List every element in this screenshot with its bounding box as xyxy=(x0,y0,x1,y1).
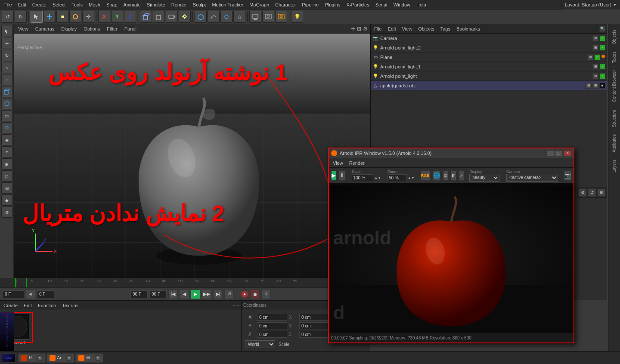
rotate-tool[interactable] xyxy=(69,11,81,23)
menu-simulate[interactable]: Simulate xyxy=(144,1,168,8)
lt-magnet[interactable]: ◎ xyxy=(1,170,12,182)
rp-menu-view[interactable]: View xyxy=(400,26,414,32)
scale-tool[interactable]: ■ xyxy=(56,11,68,23)
rp-menu-file[interactable]: File xyxy=(372,26,384,32)
menu-create[interactable]: Create xyxy=(30,1,49,8)
l2-ctrl2[interactable]: ✓ xyxy=(599,45,605,51)
ipr-zoom-stepper[interactable]: ▲▼ xyxy=(408,176,415,180)
ipr-zoom-input[interactable] xyxy=(388,174,407,181)
menu-select[interactable]: Select xyxy=(50,1,68,8)
total-frame-input[interactable] xyxy=(149,290,167,298)
apple-ctrl1[interactable]: ⊞ xyxy=(586,83,592,89)
prev-frame-btn[interactable]: ◀ xyxy=(180,290,189,299)
menu-character[interactable]: Character xyxy=(273,1,298,8)
coord-x-rot[interactable] xyxy=(299,314,329,321)
spline-tool[interactable] xyxy=(208,11,220,23)
move-tool[interactable] xyxy=(43,11,56,23)
menu-window[interactable]: Window xyxy=(391,1,413,8)
end-frame-input[interactable] xyxy=(130,290,148,298)
rp-menu-tags[interactable]: Tags xyxy=(439,26,452,32)
lt-grid[interactable]: ⊞ xyxy=(1,182,12,194)
ipr-maximize-btn[interactable]: □ xyxy=(555,150,563,156)
light-tool[interactable] xyxy=(179,11,191,23)
ipr-pause-btn[interactable]: ⏸ xyxy=(339,170,345,181)
viewport[interactable]: View Cameras Display Options Filter Pane… xyxy=(14,24,370,278)
menu-mograph[interactable]: MoGraph xyxy=(247,1,272,8)
go-end-btn[interactable]: ▶| xyxy=(213,290,223,299)
polygon-tool[interactable] xyxy=(195,11,207,23)
lt-tool-a[interactable]: ◈ xyxy=(1,134,12,145)
menu-edit[interactable]: Edit xyxy=(16,1,29,8)
play-forward-btn[interactable]: ▶ xyxy=(191,290,200,299)
ipr-globe-btn[interactable]: 🌐 xyxy=(433,170,440,181)
axis-y[interactable]: Y xyxy=(111,11,123,23)
ipr-titlebar[interactable]: Arnold IPR Window v1.5.0 (Arnold 4.2.16.… xyxy=(329,148,574,158)
menu-xparticles[interactable]: X-Particles xyxy=(344,1,372,8)
object-light2[interactable]: 💡 Arnold point_light.2 ⊞ ✓ xyxy=(371,43,607,52)
task-r[interactable]: R... ✕ xyxy=(18,353,46,363)
mat-menu-function[interactable]: Function xyxy=(36,302,58,308)
l2-ctrl1[interactable]: ⊞ xyxy=(592,45,598,51)
lt-scale[interactable]: ⤡ xyxy=(1,62,12,73)
object-camera[interactable]: 📷 Camera ⊞ ✓ xyxy=(371,34,607,43)
tab-layers[interactable]: Layers xyxy=(611,156,617,176)
axis-x[interactable]: X xyxy=(98,11,110,23)
plane-ctrl1[interactable]: ⊞ xyxy=(587,54,593,60)
coord-z-rot[interactable] xyxy=(299,331,329,338)
vp-menu-filter[interactable]: Filter xyxy=(105,26,119,32)
cam-ctrl1[interactable]: ⊞ xyxy=(592,35,598,41)
apple-ctrl2[interactable]: ⊞ xyxy=(592,83,598,89)
ipr-minimize-btn[interactable]: _ xyxy=(546,150,554,156)
ipr-mode3-btn[interactable]: ⤢ xyxy=(459,170,464,181)
lt-tool-b[interactable]: ◆ xyxy=(1,194,12,206)
vp-menu-panel[interactable]: Panel xyxy=(123,26,138,32)
coord-x-pos[interactable] xyxy=(257,314,287,321)
vp-menu-view[interactable]: View xyxy=(16,26,30,32)
task-m-close[interactable]: ✕ xyxy=(95,355,100,361)
layout-dropdown-icon[interactable]: ▼ xyxy=(613,3,617,7)
coord-y-pos[interactable] xyxy=(257,322,287,329)
ipr-rgb-btn[interactable]: RGB xyxy=(421,170,430,181)
axis-z[interactable]: Z xyxy=(124,11,136,23)
task-m[interactable]: M... ✕ xyxy=(75,353,103,363)
world-dropdown[interactable]: World xyxy=(245,340,275,348)
search-icon[interactable]: 🔍 xyxy=(599,26,605,32)
ipr-play-btn[interactable]: ▶ xyxy=(331,170,336,181)
lt-nurbs[interactable] xyxy=(1,122,12,133)
nurbs-tool[interactable] xyxy=(220,11,232,23)
cam-ctrl2[interactable]: ✓ xyxy=(599,35,605,41)
loop-btn[interactable]: ↺ xyxy=(224,290,234,299)
menu-plugins[interactable]: Plugins xyxy=(322,1,343,8)
task-ar[interactable]: Ar... ✕ xyxy=(46,353,75,363)
rp-menu-objects[interactable]: Objects xyxy=(416,26,436,32)
mat-menu-edit[interactable]: Edit xyxy=(22,302,34,308)
ipr-camera-select[interactable]: <active camera> xyxy=(506,174,558,182)
menu-script[interactable]: Script xyxy=(373,1,390,8)
vp-icon-move[interactable]: ✛ xyxy=(351,26,355,32)
tab-structure[interactable]: Structure xyxy=(611,106,617,131)
lt-cube[interactable] xyxy=(1,86,12,97)
mat-menu-create[interactable]: Create xyxy=(2,302,19,308)
object-light1[interactable]: 💡 Arnold point_light.1 ⊞ ✓ xyxy=(371,62,607,71)
l1-ctrl1[interactable]: ⊞ xyxy=(592,64,598,70)
go-start-btn[interactable]: |◀ xyxy=(168,290,178,299)
render-to-pic[interactable] xyxy=(262,11,274,23)
play-fast-btn[interactable]: ▶▶ xyxy=(202,290,211,299)
l-ctrl1[interactable]: ⊞ xyxy=(592,73,598,79)
coord-z-pos[interactable] xyxy=(257,331,287,338)
camera-tool[interactable] xyxy=(166,11,178,23)
l1-ctrl2[interactable]: ✓ xyxy=(599,64,605,70)
ipr-snapshot-btn[interactable]: 📷 xyxy=(564,170,571,181)
lt-tool5[interactable]: ⊹ xyxy=(1,74,12,85)
key-btn[interactable]: ● xyxy=(241,290,248,298)
lt-rotate[interactable]: ↻ xyxy=(1,50,12,61)
menu-pipeline[interactable]: Pipeline xyxy=(299,1,321,8)
ipr-mode2-btn[interactable]: ◧ xyxy=(451,170,456,181)
menu-help[interactable]: Help xyxy=(414,1,429,8)
prev-key-btn[interactable]: ◀| xyxy=(26,290,35,299)
render-btn[interactable] xyxy=(249,11,261,23)
cube-tool[interactable] xyxy=(140,11,152,23)
ipr-scale-input[interactable] xyxy=(352,174,373,181)
lt-knife[interactable]: ⌖ xyxy=(1,146,12,157)
ipr-scale-stepper[interactable]: ▲▼ xyxy=(374,176,381,180)
